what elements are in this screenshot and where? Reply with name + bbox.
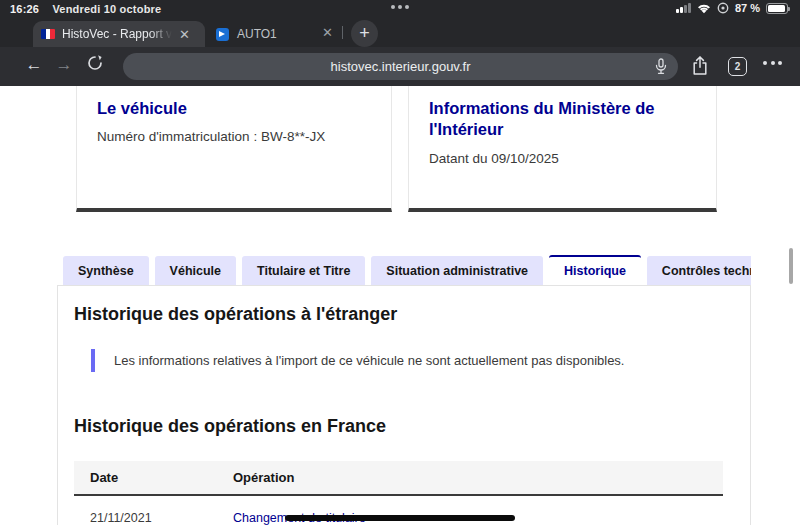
clock: 16:26	[10, 3, 39, 15]
page-scrollbar[interactable]	[789, 248, 793, 284]
table-header-row: Date Opération	[74, 461, 723, 495]
callout-text: Les informations relatives à l'import de…	[114, 349, 624, 372]
close-tab-icon[interactable]: ✕	[179, 28, 190, 41]
status-date: Vendredi 10 octobre	[52, 3, 161, 15]
browser-tab-strip: HistoVec - Rapport vend ✕ AUTO1 ✕ +	[0, 19, 800, 47]
back-button[interactable]: ←	[22, 55, 46, 75]
tab-controles-techniques[interactable]: Contrôles techniques	[647, 256, 751, 285]
callout-accent-bar	[91, 349, 95, 372]
wifi-icon	[697, 3, 711, 14]
operation-date: 21/11/2021	[74, 495, 217, 525]
battery-percentage: 87 %	[735, 2, 760, 14]
forward-button[interactable]: →	[52, 55, 76, 75]
auto1-favicon	[216, 28, 229, 41]
foreign-operations-title: Historique des opérations à l'étranger	[74, 304, 734, 325]
new-tab-button[interactable]: +	[351, 20, 378, 47]
address-bar[interactable]: histovec.interieur.gouv.fr	[123, 53, 678, 80]
share-icon[interactable]	[692, 56, 708, 76]
info-callout: Les informations relatives à l'import de…	[91, 349, 734, 372]
tab-separator	[342, 26, 343, 39]
home-indicator[interactable]	[285, 515, 515, 521]
cellular-signal-icon	[676, 3, 691, 13]
status-bar: 16:26 Vendredi 10 octobre 87 %	[0, 0, 800, 19]
page-content: Le véhicule Numéro d'immatriculation : B…	[0, 86, 800, 525]
url-text: histovec.interieur.gouv.fr	[123, 59, 678, 74]
tab-vehicule[interactable]: Véhicule	[155, 256, 236, 285]
report-tab-list: Synthèse Véhicule Titulaire et Titre Sit…	[57, 255, 751, 285]
browser-toolbar: ← → histovec.interieur.gouv.fr 2	[0, 47, 800, 86]
close-tab-icon[interactable]: ✕	[322, 26, 333, 39]
france-operations-title: Historique des opérations en France	[74, 416, 734, 437]
report-date: Datant du 09/10/2025	[429, 151, 696, 166]
tab-synthese[interactable]: Synthèse	[63, 256, 149, 285]
multitasking-indicator[interactable]	[391, 5, 409, 9]
browser-tab-title: AUTO1	[237, 27, 277, 41]
vehicle-card: Le véhicule Numéro d'immatriculation : B…	[76, 86, 392, 212]
orientation-lock-icon	[717, 2, 729, 14]
microphone-icon[interactable]	[655, 58, 667, 75]
tab-situation-administrative[interactable]: Situation administrative	[371, 256, 543, 285]
browser-tab-histovec[interactable]: HistoVec - Rapport vend ✕	[33, 21, 205, 47]
histovec-favicon	[41, 29, 55, 39]
tab-titulaire-et-titre[interactable]: Titulaire et Titre	[242, 256, 365, 285]
historique-tab-panel: Historique des opérations à l'étranger L…	[57, 285, 751, 525]
tab-switcher-button[interactable]: 2	[728, 57, 747, 76]
browser-chrome: 16:26 Vendredi 10 octobre 87 % HistoVec …	[0, 0, 800, 86]
column-header-operation: Opération	[217, 461, 723, 495]
reload-button[interactable]	[86, 54, 110, 72]
ministry-card-title: Informations du Ministère de l'Intérieur	[429, 98, 696, 141]
column-header-date: Date	[74, 461, 217, 495]
browser-tab-title: HistoVec - Rapport vend	[62, 27, 172, 41]
menu-overflow-icon[interactable]	[763, 61, 782, 65]
vehicle-card-title: Le véhicule	[97, 98, 371, 119]
ministry-info-card: Informations du Ministère de l'Intérieur…	[408, 86, 717, 212]
tab-historique[interactable]: Historique	[549, 255, 641, 285]
battery-icon	[766, 3, 788, 14]
registration-number: Numéro d'immatriculation : BW-8**-JX	[97, 129, 371, 144]
